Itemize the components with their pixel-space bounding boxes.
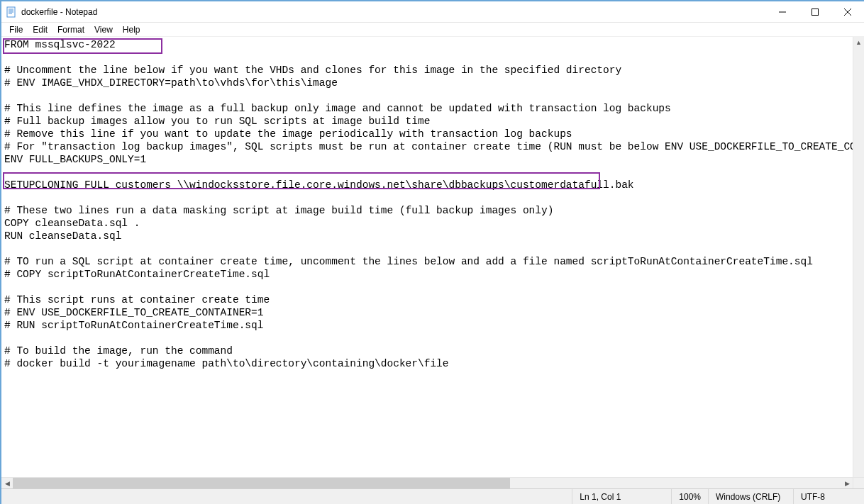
- maximize-button[interactable]: [799, 1, 831, 22]
- horizontal-scrollbar[interactable]: ◀ ▶: [1, 477, 853, 488]
- minimize-button[interactable]: [766, 1, 799, 22]
- svg-rect-6: [812, 9, 819, 15]
- status-line-ending: Windows (CRLF): [708, 489, 793, 504]
- scroll-right-icon[interactable]: ▶: [841, 478, 853, 489]
- editor-area: FROM mssqlsvc-2022 # Uncomment the line …: [1, 37, 864, 488]
- status-position: Ln 1, Col 1: [572, 489, 671, 504]
- menu-view[interactable]: View: [89, 23, 118, 36]
- scroll-left-icon[interactable]: ◀: [1, 478, 13, 489]
- status-encoding: UTF-8: [793, 489, 864, 504]
- scroll-up-icon[interactable]: ▲: [853, 37, 864, 48]
- text-editor[interactable]: FROM mssqlsvc-2022 # Uncomment the line …: [1, 37, 853, 477]
- statusbar: Ln 1, Col 1 100% Windows (CRLF) UTF-8: [1, 488, 864, 504]
- h-scroll-track[interactable]: [13, 478, 841, 488]
- close-button[interactable]: [831, 1, 864, 22]
- menu-edit[interactable]: Edit: [28, 23, 52, 36]
- scroll-corner: [853, 477, 864, 488]
- status-zoom: 100%: [671, 489, 708, 504]
- notepad-icon: [6, 6, 17, 18]
- menu-file[interactable]: File: [4, 23, 28, 36]
- menu-help[interactable]: Help: [118, 23, 145, 36]
- vertical-scrollbar[interactable]: ▲: [853, 37, 864, 477]
- menubar: File Edit Format View Help: [1, 23, 864, 37]
- window-title: dockerfile - Notepad: [21, 7, 766, 17]
- window-controls: [766, 1, 864, 22]
- menu-format[interactable]: Format: [52, 23, 89, 36]
- titlebar: dockerfile - Notepad: [1, 1, 864, 23]
- h-scroll-thumb[interactable]: [13, 478, 510, 488]
